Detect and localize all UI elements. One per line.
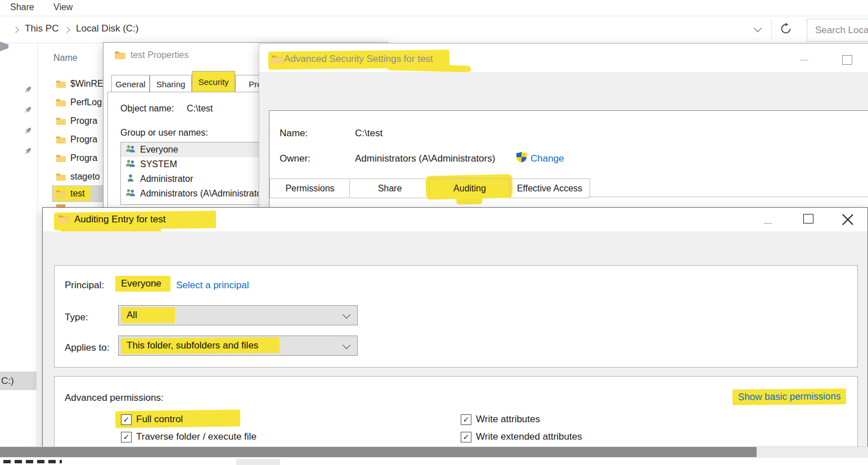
list-item-label: Administrators (A\Administrato	[140, 189, 262, 199]
folder-icon	[56, 190, 66, 198]
tab-effective-access[interactable]: Effective Access	[509, 178, 590, 198]
breadcrumb-local-disk[interactable]: Local Disk (C:)	[76, 23, 138, 34]
pin-icon[interactable]	[24, 146, 33, 155]
nav-item-local-disk-partial[interactable]: C:)	[0, 372, 37, 390]
divider	[771, 19, 772, 40]
file-row[interactable]: stageto	[56, 169, 100, 185]
file-row[interactable]: PerfLog	[56, 95, 102, 110]
list-item-label: SYSTEM	[140, 159, 177, 169]
file-row[interactable]: Progra	[56, 113, 97, 129]
checkbox-write-extended-attributes[interactable]: Write extended attributes	[461, 431, 582, 442]
pin-icon[interactable]	[24, 105, 33, 114]
address-dropdown-icon[interactable]	[754, 24, 762, 32]
folder-icon	[56, 117, 66, 125]
divider	[37, 43, 38, 446]
object-name-label: Object name:	[120, 104, 174, 114]
file-name: test	[70, 189, 85, 199]
folder-icon	[272, 55, 283, 64]
checkbox-label: Write extended attributes	[476, 431, 582, 442]
breadcrumb-chevron-icon	[12, 26, 19, 33]
tab-label: Effective Access	[517, 184, 582, 194]
tab-general[interactable]: General	[111, 75, 150, 92]
file-name: Progra	[70, 135, 97, 145]
uac-shield-icon	[516, 151, 527, 163]
type-label: Type:	[65, 312, 88, 323]
refresh-icon[interactable]	[780, 23, 792, 35]
dialog-title: test Properties	[131, 50, 188, 60]
search-input[interactable]	[814, 20, 868, 41]
tab-auditing[interactable]: Auditing	[429, 178, 510, 198]
checkbox-label: Traverse folder / execute file	[136, 431, 257, 442]
file-name: $WinRE	[70, 79, 104, 89]
checkbox-checked-icon	[461, 432, 471, 442]
clipped-text-fragment	[3, 460, 62, 463]
folder-icon	[56, 154, 66, 162]
menu-view[interactable]: View	[53, 2, 73, 12]
change-owner-link[interactable]: Change	[530, 153, 564, 164]
tab-sharing[interactable]: Sharing	[150, 75, 192, 92]
search-box	[807, 19, 868, 42]
address-bar: This PC Local Disk (C:)	[0, 16, 868, 43]
menu-share[interactable]: Share	[10, 2, 34, 12]
checkbox-checked-icon	[121, 432, 132, 442]
clipped-ui-fragment	[236, 459, 280, 465]
checkbox-full-control[interactable]: Full control	[121, 414, 183, 425]
tab-label: Auditing	[453, 184, 486, 194]
checkbox-traverse-folder[interactable]: Traverse folder / execute file	[121, 431, 257, 442]
column-header-name[interactable]: Name	[53, 53, 78, 63]
minimize-button[interactable]	[764, 223, 772, 224]
close-icon[interactable]	[842, 212, 853, 223]
checkbox-write-attributes[interactable]: Write attributes	[461, 414, 540, 425]
pin-icon[interactable]	[24, 126, 33, 135]
principal-panel: Principal: Everyone Select a principal T…	[54, 265, 858, 368]
type-dropdown[interactable]: All	[118, 305, 358, 325]
file-row[interactable]: Progra	[56, 132, 97, 147]
viewer-bottom-overlay	[0, 446, 868, 465]
show-basic-permissions-highlight: Show basic permissions	[732, 388, 847, 405]
list-item-label: Everyone	[140, 145, 178, 155]
maximize-button[interactable]	[803, 214, 813, 223]
file-name: stageto	[70, 172, 100, 182]
checkbox-checked-icon	[461, 414, 471, 425]
maximize-button[interactable]	[842, 55, 852, 65]
file-row-test[interactable]: test	[54, 186, 91, 201]
tab-label: Security	[198, 77, 228, 87]
dialog-body: Principal: Everyone Select a principal T…	[43, 231, 867, 465]
object-name-value: C:\test	[187, 104, 213, 114]
group-icon	[125, 145, 136, 155]
breadcrumb-this-pc[interactable]: This PC	[25, 23, 59, 34]
file-name: PerfLog	[70, 97, 102, 108]
file-row[interactable]: Progra	[56, 150, 97, 166]
file-name: Progra	[70, 153, 97, 163]
applies-to-label: Applies to:	[65, 342, 109, 354]
horizontal-scrollbar-thumb[interactable]	[0, 447, 757, 457]
folder-icon	[59, 214, 70, 223]
applies-to-dropdown[interactable]: This folder, subfolders and files	[118, 336, 358, 356]
name-label: Name:	[280, 128, 308, 139]
clipped-bottom-strip	[0, 458, 868, 465]
auditing-entry-dialog: Auditing Entry for test Principal: Every…	[42, 207, 868, 465]
pin-icon[interactable]	[24, 85, 33, 94]
checkbox-checked-icon	[121, 414, 132, 425]
tab-security[interactable]: Security	[192, 71, 235, 92]
back-nav-icon[interactable]	[0, 40, 8, 51]
minimize-button[interactable]	[800, 60, 808, 61]
group-icon	[125, 189, 136, 199]
divider	[589, 196, 868, 197]
tab-share[interactable]: Share	[349, 178, 430, 198]
folder-icon	[115, 51, 126, 60]
file-name: Progra	[70, 116, 97, 126]
owner-value: Administrators (A\Administrators)	[355, 153, 495, 164]
file-row[interactable]: $WinRE	[56, 76, 104, 92]
advanced-permissions-label: Advanced permissions:	[65, 392, 164, 404]
group-icon	[125, 159, 136, 169]
folder-icon	[56, 80, 66, 88]
ribbon-menu-bar: Share View	[0, 0, 868, 16]
select-principal-link[interactable]: Select a principal	[176, 280, 249, 291]
principal-label: Principal:	[65, 280, 104, 291]
tab-permissions[interactable]: Permissions	[269, 178, 350, 198]
principal-value: Everyone	[115, 276, 170, 292]
folder-icon	[56, 136, 66, 144]
show-basic-permissions-link[interactable]: Show basic permissions	[738, 391, 840, 402]
group-user-names-label: Group or user names:	[120, 128, 208, 138]
